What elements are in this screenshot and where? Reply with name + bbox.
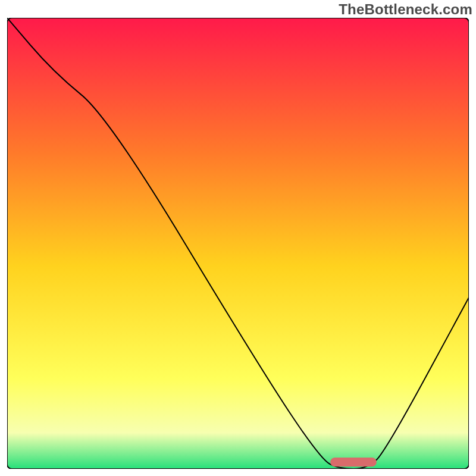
bottleneck-chart: TheBottleneck.com: [0, 0, 476, 476]
chart-svg: [7, 18, 469, 469]
plot-area: [7, 18, 469, 469]
watermark-text: TheBottleneck.com: [339, 1, 472, 18]
gradient-background: [7, 18, 469, 469]
optimal-range-bar: [330, 458, 377, 466]
